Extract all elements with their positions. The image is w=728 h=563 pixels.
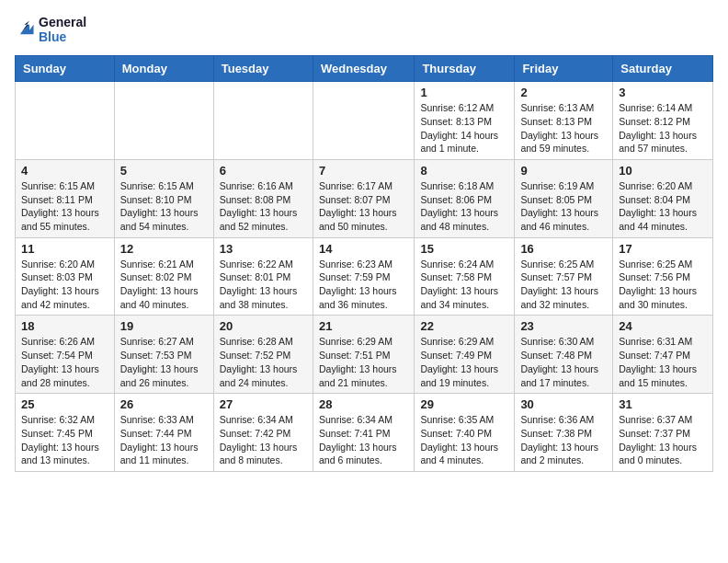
calendar-week-row: 4Sunrise: 6:15 AM Sunset: 8:11 PM Daylig…: [16, 159, 713, 237]
day-number: 16: [520, 242, 607, 256]
day-number: 13: [220, 242, 307, 256]
calendar-day-9: 9Sunrise: 6:19 AM Sunset: 8:05 PM Daylig…: [515, 159, 613, 237]
weekday-header-friday: Friday: [515, 56, 613, 82]
weekday-header-tuesday: Tuesday: [213, 56, 313, 82]
day-detail: Sunrise: 6:13 AM Sunset: 8:13 PM Dayligh…: [520, 101, 607, 155]
day-detail: Sunrise: 6:35 AM Sunset: 7:40 PM Dayligh…: [420, 413, 508, 467]
day-number: 18: [21, 319, 108, 333]
calendar-day-19: 19Sunrise: 6:27 AM Sunset: 7:53 PM Dayli…: [114, 316, 213, 394]
calendar-day-20: 20Sunrise: 6:28 AM Sunset: 7:52 PM Dayli…: [213, 316, 313, 394]
calendar-day-7: 7Sunrise: 6:17 AM Sunset: 8:07 PM Daylig…: [313, 159, 414, 237]
empty-calendar-cell: [16, 82, 115, 160]
day-detail: Sunrise: 6:19 AM Sunset: 8:05 PM Dayligh…: [520, 179, 607, 234]
day-detail: Sunrise: 6:26 AM Sunset: 7:54 PM Dayligh…: [21, 335, 108, 389]
day-detail: Sunrise: 6:34 AM Sunset: 7:41 PM Dayligh…: [319, 413, 408, 467]
calendar-day-8: 8Sunrise: 6:18 AM Sunset: 8:06 PM Daylig…: [415, 159, 515, 237]
calendar-day-21: 21Sunrise: 6:29 AM Sunset: 7:51 PM Dayli…: [313, 316, 414, 394]
calendar-day-30: 30Sunrise: 6:36 AM Sunset: 7:38 PM Dayli…: [515, 394, 613, 472]
day-detail: Sunrise: 6:29 AM Sunset: 7:49 PM Dayligh…: [420, 335, 508, 389]
calendar-day-16: 16Sunrise: 6:25 AM Sunset: 7:57 PM Dayli…: [515, 237, 613, 316]
day-detail: Sunrise: 6:15 AM Sunset: 8:10 PM Dayligh…: [120, 179, 208, 234]
day-detail: Sunrise: 6:31 AM Sunset: 7:47 PM Dayligh…: [619, 335, 707, 389]
logo-icon: [15, 19, 35, 40]
page-header: General Blue: [15, 15, 713, 44]
day-detail: Sunrise: 6:29 AM Sunset: 7:51 PM Dayligh…: [319, 335, 408, 389]
weekday-header-saturday: Saturday: [613, 56, 713, 82]
empty-calendar-cell: [114, 82, 213, 160]
calendar-day-29: 29Sunrise: 6:35 AM Sunset: 7:40 PM Dayli…: [415, 394, 515, 472]
day-number: 1: [420, 86, 508, 99]
day-detail: Sunrise: 6:27 AM Sunset: 7:53 PM Dayligh…: [120, 335, 208, 389]
day-detail: Sunrise: 6:17 AM Sunset: 8:07 PM Dayligh…: [319, 179, 408, 234]
day-number: 5: [120, 164, 208, 178]
day-number: 29: [420, 397, 508, 411]
day-number: 3: [619, 86, 707, 99]
day-detail: Sunrise: 6:21 AM Sunset: 8:02 PM Dayligh…: [120, 258, 208, 312]
day-detail: Sunrise: 6:36 AM Sunset: 7:38 PM Dayligh…: [520, 413, 607, 467]
day-number: 4: [21, 164, 108, 178]
calendar-day-6: 6Sunrise: 6:16 AM Sunset: 8:08 PM Daylig…: [213, 159, 313, 237]
day-detail: Sunrise: 6:30 AM Sunset: 7:48 PM Dayligh…: [520, 335, 607, 389]
day-detail: Sunrise: 6:28 AM Sunset: 7:52 PM Dayligh…: [220, 335, 307, 389]
day-number: 31: [619, 397, 707, 411]
calendar-day-24: 24Sunrise: 6:31 AM Sunset: 7:47 PM Dayli…: [613, 316, 713, 394]
calendar-day-11: 11Sunrise: 6:20 AM Sunset: 8:03 PM Dayli…: [16, 237, 115, 316]
calendar-week-row: 1Sunrise: 6:12 AM Sunset: 8:13 PM Daylig…: [16, 82, 713, 160]
day-number: 26: [120, 397, 208, 411]
calendar-day-4: 4Sunrise: 6:15 AM Sunset: 8:11 PM Daylig…: [16, 159, 115, 237]
day-detail: Sunrise: 6:15 AM Sunset: 8:11 PM Dayligh…: [21, 179, 108, 234]
day-number: 14: [319, 242, 408, 256]
weekday-header-thursday: Thursday: [415, 56, 515, 82]
day-detail: Sunrise: 6:18 AM Sunset: 8:06 PM Dayligh…: [420, 179, 508, 234]
calendar-day-27: 27Sunrise: 6:34 AM Sunset: 7:42 PM Dayli…: [213, 394, 313, 472]
calendar-day-22: 22Sunrise: 6:29 AM Sunset: 7:49 PM Dayli…: [415, 316, 515, 394]
day-detail: Sunrise: 6:12 AM Sunset: 8:13 PM Dayligh…: [420, 101, 508, 155]
calendar-week-row: 18Sunrise: 6:26 AM Sunset: 7:54 PM Dayli…: [16, 316, 713, 394]
calendar-day-15: 15Sunrise: 6:24 AM Sunset: 7:58 PM Dayli…: [415, 237, 515, 316]
calendar-day-26: 26Sunrise: 6:33 AM Sunset: 7:44 PM Dayli…: [114, 394, 213, 472]
calendar-day-3: 3Sunrise: 6:14 AM Sunset: 8:12 PM Daylig…: [613, 82, 713, 160]
calendar-table: SundayMondayTuesdayWednesdayThursdayFrid…: [15, 55, 713, 472]
day-number: 22: [420, 319, 508, 333]
calendar-week-row: 25Sunrise: 6:32 AM Sunset: 7:45 PM Dayli…: [16, 394, 713, 472]
day-detail: Sunrise: 6:25 AM Sunset: 7:57 PM Dayligh…: [520, 258, 607, 312]
day-detail: Sunrise: 6:33 AM Sunset: 7:44 PM Dayligh…: [120, 413, 208, 467]
day-number: 30: [520, 397, 607, 411]
day-number: 27: [220, 397, 307, 411]
day-number: 7: [319, 164, 408, 178]
calendar-week-row: 11Sunrise: 6:20 AM Sunset: 8:03 PM Dayli…: [16, 237, 713, 316]
calendar-day-28: 28Sunrise: 6:34 AM Sunset: 7:41 PM Dayli…: [313, 394, 414, 472]
calendar-day-18: 18Sunrise: 6:26 AM Sunset: 7:54 PM Dayli…: [16, 316, 115, 394]
day-number: 28: [319, 397, 408, 411]
empty-calendar-cell: [313, 82, 414, 160]
day-number: 12: [120, 242, 208, 256]
day-number: 24: [619, 319, 707, 333]
calendar-day-1: 1Sunrise: 6:12 AM Sunset: 8:13 PM Daylig…: [415, 82, 515, 160]
day-number: 2: [520, 86, 607, 99]
day-number: 10: [619, 164, 707, 178]
calendar-day-31: 31Sunrise: 6:37 AM Sunset: 7:37 PM Dayli…: [613, 394, 713, 472]
calendar-day-13: 13Sunrise: 6:22 AM Sunset: 8:01 PM Dayli…: [213, 237, 313, 316]
calendar-day-25: 25Sunrise: 6:32 AM Sunset: 7:45 PM Dayli…: [16, 394, 115, 472]
calendar-day-5: 5Sunrise: 6:15 AM Sunset: 8:10 PM Daylig…: [114, 159, 213, 237]
calendar-day-10: 10Sunrise: 6:20 AM Sunset: 8:04 PM Dayli…: [613, 159, 713, 237]
day-number: 25: [21, 397, 108, 411]
day-detail: Sunrise: 6:20 AM Sunset: 8:03 PM Dayligh…: [21, 258, 108, 312]
day-detail: Sunrise: 6:23 AM Sunset: 7:59 PM Dayligh…: [319, 258, 408, 312]
day-detail: Sunrise: 6:24 AM Sunset: 7:58 PM Dayligh…: [420, 258, 508, 312]
day-detail: Sunrise: 6:16 AM Sunset: 8:08 PM Dayligh…: [220, 179, 307, 234]
weekday-header-wednesday: Wednesday: [313, 56, 414, 82]
day-number: 6: [220, 164, 307, 178]
day-number: 9: [520, 164, 607, 178]
day-number: 20: [220, 319, 307, 333]
logo-general: General: [39, 15, 86, 29]
day-detail: Sunrise: 6:37 AM Sunset: 7:37 PM Dayligh…: [619, 413, 707, 467]
calendar-day-2: 2Sunrise: 6:13 AM Sunset: 8:13 PM Daylig…: [515, 82, 613, 160]
day-number: 19: [120, 319, 208, 333]
day-number: 21: [319, 319, 408, 333]
calendar-day-12: 12Sunrise: 6:21 AM Sunset: 8:02 PM Dayli…: [114, 237, 213, 316]
calendar-day-17: 17Sunrise: 6:25 AM Sunset: 7:56 PM Dayli…: [613, 237, 713, 316]
calendar-day-14: 14Sunrise: 6:23 AM Sunset: 7:59 PM Dayli…: [313, 237, 414, 316]
day-number: 11: [21, 242, 108, 256]
day-detail: Sunrise: 6:22 AM Sunset: 8:01 PM Dayligh…: [220, 258, 307, 312]
